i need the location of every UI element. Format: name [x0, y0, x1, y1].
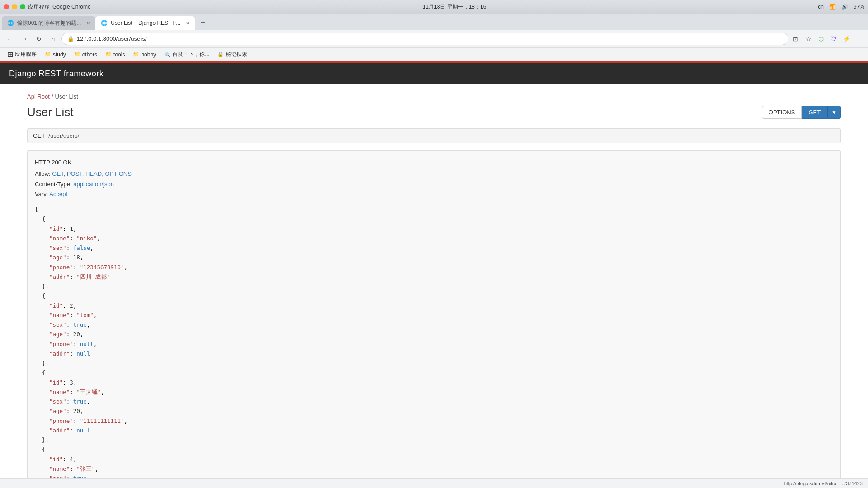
bookmark-miji[interactable]: 🔒 秘迹搜索	[214, 49, 251, 60]
tab-2-close[interactable]: ✕	[186, 21, 189, 26]
bookmarks-bar: ⊞ 应用程序 📁 study 📁 others 📁 tools 📁 hobby …	[0, 48, 868, 61]
content-type-label: Content-Type:	[35, 181, 72, 188]
extension-icon-1[interactable]: ⬡	[816, 33, 826, 44]
allow-head-link[interactable]: HEAD	[85, 170, 102, 177]
breadcrumb-separator: /	[52, 93, 53, 100]
url-text: 127.0.0.1:8000/user/users/	[77, 35, 147, 42]
address-bar: ← → ↻ ⌂ 🔒 127.0.0.1:8000/user/users/ ⊡ ☆…	[0, 30, 868, 48]
maximize-btn-icon[interactable]	[20, 4, 25, 9]
get-dropdown-button[interactable]: ▼	[827, 106, 841, 119]
language-label: cn	[818, 4, 824, 10]
refresh-button[interactable]: ↻	[33, 33, 45, 45]
bookmark-study[interactable]: 📁 study	[41, 49, 70, 60]
tab-2[interactable]: 🌐 User List – Django REST fr... ✕	[95, 16, 195, 30]
datetime-label: 11月18日 星期一，18：16	[423, 4, 486, 10]
tab-1[interactable]: 🌐 憧憬001·的博客有趣的题... ✕	[2, 16, 95, 30]
bookmark-hobby[interactable]: 📁 hobby	[129, 49, 160, 60]
browser-name-label: Google Chrome	[52, 4, 91, 10]
endpoint-method: GET	[33, 132, 45, 139]
address-bar-icons: ⊡ ☆ ⬡ 🛡 ⚡ ⋮	[790, 33, 864, 44]
new-tab-button[interactable]: +	[197, 16, 209, 29]
options-button[interactable]: OPTIONS	[762, 106, 802, 119]
url-bar[interactable]: 🔒 127.0.0.1:8000/user/users/	[61, 33, 788, 45]
bookmark-apps-label: 应用程序	[15, 51, 37, 58]
bookmark-baidu[interactable]: 🔍 百度一下，你...	[160, 49, 213, 60]
bookmark-others[interactable]: 📁 others	[71, 49, 101, 60]
title-bar-right: cn 📶 🔊 97%	[818, 4, 864, 10]
tab-1-label: 憧憬001·的博客有趣的题...	[17, 19, 81, 27]
tab-2-favicon: 🌐	[101, 20, 107, 26]
title-bar-center: 11月18日 星期一，18：16	[94, 3, 815, 11]
minimize-btn-icon[interactable]	[12, 4, 17, 9]
response-box: HTTP 200 OK Allow: GET, POST, HEAD, OPTI…	[27, 150, 841, 488]
main-content: Api Root / User List User List OPTIONS G…	[0, 84, 868, 488]
tab-1-close[interactable]: ✕	[86, 21, 90, 26]
tab-bar: 🌐 憧憬001·的博客有趣的题... ✕ 🌐 User List – Djang…	[0, 14, 868, 30]
wifi-icon: 📶	[829, 4, 836, 10]
extension-icon-3[interactable]: ⚡	[841, 33, 852, 44]
endpoint-bar: GET /user/users/	[27, 128, 841, 143]
bookmark-apps[interactable]: ⊞ 应用程序	[4, 49, 40, 60]
action-buttons: OPTIONS GET ▼	[762, 106, 841, 119]
allow-post-link[interactable]: POST	[67, 170, 82, 177]
lock-icon: 🔒	[67, 36, 74, 42]
volume-icon: 🔊	[841, 4, 848, 10]
vary-label: Vary:	[35, 191, 48, 197]
svg-point-1	[12, 4, 17, 9]
title-bar-left: 应用程序 Google Chrome	[4, 3, 91, 11]
status-bar: http://blog.csdn.net/niko_...#371423	[0, 478, 868, 488]
response-vary-line: Vary: Accept	[35, 190, 833, 199]
bookmark-star-icon[interactable]: ☆	[803, 33, 814, 44]
close-btn-icon[interactable]	[4, 4, 9, 9]
breadcrumb-current: User List	[55, 93, 78, 100]
page-title: User List	[27, 105, 74, 119]
cast-icon[interactable]: ⊡	[790, 33, 801, 44]
tab-2-label: User List – Django REST fr...	[111, 20, 180, 26]
response-allow-line: Allow: GET, POST, HEAD, OPTIONS	[35, 169, 833, 179]
drf-header: Django REST framework	[0, 63, 868, 84]
bookmark-hobby-label: hobby	[141, 52, 156, 58]
breadcrumb-api-root[interactable]: Api Root	[27, 93, 50, 100]
folder-icon-hobby: 📁	[133, 52, 139, 57]
extension-icon-2[interactable]: 🛡	[828, 33, 839, 44]
allow-label: Allow:	[35, 170, 51, 177]
drf-header-title: Django REST framework	[9, 69, 104, 79]
search-icon-baidu: 🔍	[164, 52, 170, 57]
response-content-type-line: Content-Type: application/json	[35, 180, 833, 189]
svg-point-2	[20, 4, 25, 9]
bookmark-tools[interactable]: 📁 tools	[102, 49, 128, 60]
tab-1-favicon: 🌐	[7, 20, 14, 26]
endpoint-path: /user/users/	[48, 132, 79, 139]
browser-frame: 应用程序 Google Chrome 11月18日 星期一，18：16 cn 📶…	[0, 0, 868, 488]
lock-icon-miji: 🔒	[217, 52, 224, 57]
allow-get-link[interactable]: GET	[52, 170, 63, 177]
bookmark-study-label: study	[53, 52, 66, 58]
page-header: User List OPTIONS GET ▼	[27, 105, 841, 119]
battery-label: 97%	[854, 4, 864, 10]
get-button[interactable]: GET	[802, 106, 827, 119]
json-content: [ { "id": 1, "name": "niko", "sex": fals…	[35, 205, 833, 488]
bookmark-tools-label: tools	[113, 52, 125, 58]
app-name-label: 应用程序	[28, 3, 50, 11]
folder-icon-tools: 📁	[105, 52, 112, 57]
forward-button[interactable]: →	[18, 33, 31, 45]
status-url: http://blog.csdn.net/niko_...#371423	[784, 481, 863, 486]
bookmark-others-label: others	[82, 52, 97, 58]
back-button[interactable]: ←	[4, 33, 16, 45]
svg-point-0	[4, 4, 9, 9]
content-type-value[interactable]: application/json	[73, 181, 114, 188]
allow-value: GET, POST, HEAD, OPTIONS	[52, 170, 132, 177]
folder-icon-others: 📁	[74, 52, 80, 57]
apps-grid-icon: ⊞	[7, 50, 13, 59]
menu-icon[interactable]: ⋮	[854, 33, 864, 44]
vary-value[interactable]: Accept	[49, 191, 67, 197]
folder-icon-study: 📁	[45, 52, 51, 57]
home-button[interactable]: ⌂	[47, 33, 60, 45]
allow-options-link[interactable]: OPTIONS	[105, 170, 132, 177]
response-status: HTTP 200 OK	[35, 158, 833, 168]
breadcrumb: Api Root / User List	[27, 93, 841, 100]
bookmark-baidu-label: 百度一下，你...	[172, 51, 209, 58]
title-bar: 应用程序 Google Chrome 11月18日 星期一，18：16 cn 📶…	[0, 0, 868, 14]
bookmark-miji-label: 秘迹搜索	[226, 51, 247, 58]
